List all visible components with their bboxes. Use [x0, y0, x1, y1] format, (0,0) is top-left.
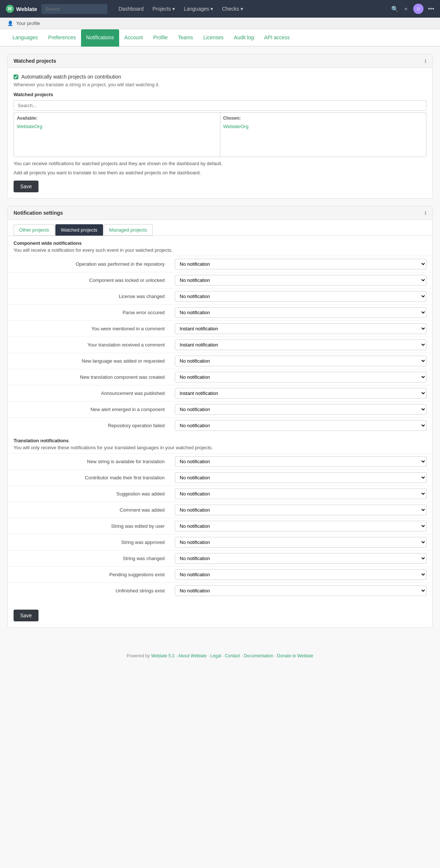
subnav-notifications[interactable]: Notifications: [81, 29, 119, 47]
profile-label[interactable]: Your profile: [16, 21, 40, 26]
translation-row-select-cell: No notificationInstant notificationDaily…: [169, 551, 432, 567]
translation-row-label: Comment was added: [8, 502, 169, 518]
subnav-teams[interactable]: Teams: [173, 29, 198, 47]
notification-settings-info-icon[interactable]: ℹ: [425, 210, 426, 216]
component-wide-select-10[interactable]: No notificationInstant notificationDaily…: [175, 420, 426, 431]
available-pane: Available: WeblateOrg: [14, 113, 220, 157]
translation-select-7[interactable]: No notificationInstant notificationDaily…: [175, 569, 426, 580]
component-wide-select-6[interactable]: No notificationInstant notificationDaily…: [175, 356, 426, 366]
subnav-api-access[interactable]: API access: [259, 29, 295, 47]
component-wide-row: New language was added or requestedNo no…: [8, 353, 432, 369]
component-wide-row-select-cell: No notificationInstant notificationDaily…: [169, 305, 432, 321]
top-nav: W Weblate Dashboard Projects ▾ Languages…: [0, 0, 440, 18]
watched-projects-save-button[interactable]: Save: [14, 181, 38, 192]
footer-contact-link[interactable]: Contact: [225, 653, 240, 658]
component-wide-row-select-cell: No notificationInstant notificationDaily…: [169, 385, 432, 402]
notification-settings-save-button[interactable]: Save: [14, 610, 38, 621]
chosen-pane: Chosen: WeblateOrg: [220, 113, 426, 157]
footer: Powered by Weblate 5.3 · About Weblate ·…: [0, 646, 440, 666]
footer-powered-by: Powered by: [126, 653, 151, 658]
component-wide-select-0[interactable]: No notificationInstant notificationDaily…: [175, 259, 426, 269]
nav-checks[interactable]: Checks ▾: [218, 4, 247, 14]
search-icon[interactable]: 🔍: [391, 6, 399, 12]
component-wide-row: Your translation received a commentNo no…: [8, 337, 432, 353]
translation-select-2[interactable]: No notificationInstant notificationDaily…: [175, 489, 426, 499]
watched-projects-info1: You can receive notifications for watche…: [14, 161, 426, 166]
nav-dashboard[interactable]: Dashboard: [115, 4, 147, 14]
logo-icon: W: [6, 5, 14, 13]
component-wide-select-3[interactable]: No notificationInstant notificationDaily…: [175, 307, 426, 318]
subnav-licenses[interactable]: Licenses: [198, 29, 229, 47]
nav-links: Dashboard Projects ▾ Languages ▾ Checks …: [115, 4, 247, 14]
subnav-languages[interactable]: Languages: [7, 29, 43, 47]
translation-select-6[interactable]: No notificationInstant notificationDaily…: [175, 553, 426, 564]
subnav-audit-log[interactable]: Audit log: [229, 29, 259, 47]
footer-legal-link[interactable]: Legal: [210, 653, 221, 658]
component-wide-select-1[interactable]: No notificationInstant notificationDaily…: [175, 275, 426, 286]
translation-select-5[interactable]: No notificationInstant notificationDaily…: [175, 537, 426, 548]
chosen-item-weblateorg[interactable]: WeblateOrg: [223, 123, 423, 130]
nav-projects[interactable]: Projects ▾: [149, 4, 179, 14]
subnav-preferences[interactable]: Preferences: [43, 29, 81, 47]
logo-text: Weblate: [16, 6, 37, 12]
component-wide-select-7[interactable]: No notificationInstant notificationDaily…: [175, 372, 426, 382]
translation-row: New string is available for translationN…: [8, 454, 432, 470]
component-wide-select-5[interactable]: No notificationInstant notificationDaily…: [175, 339, 426, 350]
component-wide-row-select-cell: No notificationInstant notificationDaily…: [169, 288, 432, 305]
nav-right: 🔍 ＋ U •••: [391, 4, 434, 14]
nav-languages[interactable]: Languages ▾: [180, 4, 217, 14]
translation-row: Suggestion was addedNo notificationInsta…: [8, 486, 432, 502]
translation-select-8[interactable]: No notificationInstant notificationDaily…: [175, 585, 426, 596]
user-icon: 👤: [7, 21, 13, 26]
watched-projects-search[interactable]: [14, 100, 426, 111]
component-wide-select-9[interactable]: No notificationInstant notificationDaily…: [175, 404, 426, 415]
tab-managed-projects[interactable]: Managed projects: [104, 224, 153, 236]
logo[interactable]: W Weblate: [6, 5, 37, 13]
watched-projects-title: Watched projects: [14, 58, 56, 64]
auto-watch-hint: Whenever you translate a string in a pro…: [14, 82, 426, 87]
component-wide-select-4[interactable]: No notificationInstant notificationDaily…: [175, 323, 426, 334]
component-wide-row-select-cell: No notificationInstant notificationDaily…: [169, 402, 432, 418]
component-wide-select-8[interactable]: No notificationInstant notificationDaily…: [175, 388, 426, 399]
watched-projects-info2: Add all projects you want to translate t…: [14, 170, 426, 175]
translation-row: Contributor made their first translation…: [8, 470, 432, 486]
component-wide-row-label: New translation component was created: [8, 369, 169, 385]
component-wide-row: You were mentioned in a commentNo notifi…: [8, 321, 432, 337]
watched-projects-body: Automatically watch projects on contribu…: [8, 68, 432, 198]
translation-row-label: String was approved: [8, 534, 169, 551]
translation-heading: Translation notifications: [8, 433, 432, 445]
translation-row: Comment was addedNo notificationInstant …: [8, 502, 432, 518]
add-icon[interactable]: ＋: [403, 5, 409, 13]
more-icon[interactable]: •••: [428, 6, 434, 12]
translation-row-select-cell: No notificationInstant notificationDaily…: [169, 567, 432, 583]
translation-select-4[interactable]: No notificationInstant notificationDaily…: [175, 521, 426, 531]
component-wide-select-2[interactable]: No notificationInstant notificationDaily…: [175, 291, 426, 302]
tab-other-projects[interactable]: Other projects: [14, 224, 55, 236]
search-input[interactable]: [41, 4, 107, 14]
component-wide-row: Operation was performed in the repositor…: [8, 256, 432, 272]
footer-about-link[interactable]: About Weblate: [178, 653, 207, 658]
avatar[interactable]: U: [413, 4, 423, 14]
auto-watch-label[interactable]: Automatically watch projects on contribu…: [21, 74, 121, 80]
translation-row-select-cell: No notificationInstant notificationDaily…: [169, 470, 432, 486]
translation-row: Pending suggestions existNo notification…: [8, 567, 432, 583]
translation-select-1[interactable]: No notificationInstant notificationDaily…: [175, 472, 426, 483]
notification-settings-card: Notification settings ℹ Other projects W…: [7, 206, 433, 628]
component-wide-row-select-cell: No notificationInstant notificationDaily…: [169, 272, 432, 288]
available-item-weblateorg[interactable]: WeblateOrg: [17, 123, 217, 130]
tab-watched-projects[interactable]: Watched projects: [55, 224, 103, 236]
footer-docs-link[interactable]: Documentation: [244, 653, 274, 658]
watched-projects-section-label: Watched projects: [14, 92, 426, 97]
component-wide-row: New translation component was createdNo …: [8, 369, 432, 385]
translation-select-3[interactable]: No notificationInstant notificationDaily…: [175, 505, 426, 515]
subnav-profile[interactable]: Profile: [148, 29, 173, 47]
translation-select-0[interactable]: No notificationInstant notificationDaily…: [175, 456, 426, 467]
watched-projects-info-icon[interactable]: ℹ: [425, 58, 426, 64]
chosen-header: Chosen:: [223, 116, 423, 121]
component-wide-row-select-cell: No notificationInstant notificationDaily…: [169, 337, 432, 353]
component-wide-row-label: New alert emerged in a component: [8, 402, 169, 418]
auto-watch-checkbox[interactable]: [14, 75, 18, 79]
footer-weblate-link[interactable]: Weblate 5.3: [151, 653, 175, 658]
footer-donate-link[interactable]: Donate to Weblate: [277, 653, 313, 658]
subnav-account[interactable]: Account: [119, 29, 148, 47]
